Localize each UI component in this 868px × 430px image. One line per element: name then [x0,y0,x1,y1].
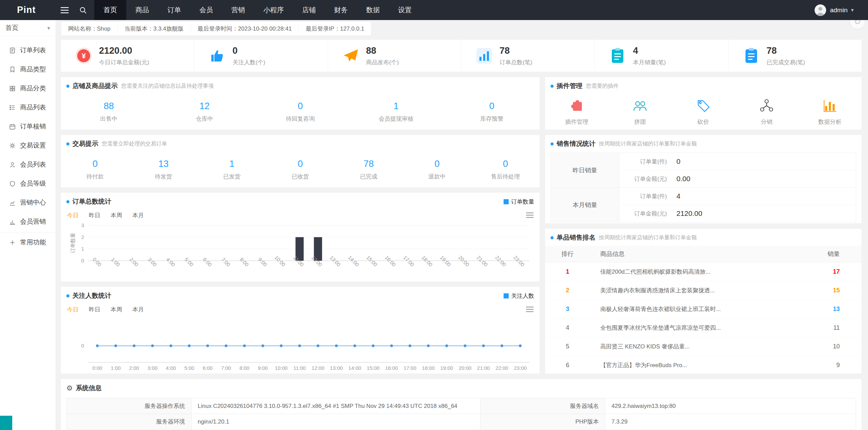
chart-menu-icon[interactable] [526,307,534,312]
sidebar-item-marketing-center[interactable]: 营销中心 [0,193,55,212]
stat-value[interactable]: 0 [471,159,540,169]
chart-tab[interactable]: 本周 [111,211,122,219]
sidebar-item-order-list[interactable]: 订单列表 [0,41,55,60]
panel-title: 插件管理 [557,82,583,90]
sidebar-item-member-level[interactable]: 会员等级 [0,174,55,193]
panel-title: 关注人数统计 [72,291,111,300]
nav-item-finance[interactable]: 财务 [325,0,357,20]
trade-tips-panel: 交易提示 您需要立即处理的交易订单 0待付款13待发货1已发货0已收货78已完成… [61,135,540,187]
sidebar-item-goods-list[interactable]: 商品列表 [0,98,55,117]
stat-value[interactable]: 88 [61,101,157,111]
chart-tab[interactable]: 今日 [67,306,79,313]
svg-text:22:00: 22:00 [495,365,508,371]
user-menu[interactable]: admin ▾ [814,4,868,16]
info-value: 429.2.haiwaiym13.top:80 [605,398,856,414]
sidebar-module-select[interactable]: 首页 ▾ [0,20,55,36]
sidebar-item-goods-type[interactable]: 商品类型 [0,60,55,79]
bullet-icon [66,142,69,145]
menu-toggle-button[interactable] [55,0,74,20]
nav-item-miniapp[interactable]: 小程序 [254,0,293,20]
product-name[interactable]: 南极人轻奢薄荷青色连衣裙职业裙上班工装时... [590,300,788,319]
product-name[interactable]: 全包围夏季冰丝汽车坐垫通气凉席凉垫可爱四... [590,319,788,337]
stat-value[interactable]: 0 [444,101,540,111]
sidebar-item-goods-category[interactable]: 商品分类 [0,79,55,98]
stat-value[interactable]: 0 [403,159,471,169]
bullet-icon [66,294,69,297]
chart-menu-icon[interactable] [526,212,534,218]
nav-item-settings[interactable]: 设置 [389,0,421,20]
nav-item-marketing[interactable]: 营销 [222,0,254,20]
plugin-item-group-buy[interactable]: 拼团 [608,98,672,126]
plugin-item-manage[interactable]: 插件管理 [545,98,608,126]
stat-card-followers: 0 关注人数(个) [194,40,328,72]
theme-toggle-button[interactable] [0,416,12,430]
ranking-row: 1佳能200d二代照相机蚂蚁摄影数码高清旅...17 [545,262,862,281]
sidebar-item-order-verify[interactable]: 订单核销 [0,117,55,136]
stat-value[interactable]: 0 [266,159,334,169]
nav-item-data[interactable]: 数据 [357,0,389,20]
bullet-icon [551,85,554,88]
sidebar-item-trade-settings[interactable]: 交易设置 [0,136,55,155]
stat-value[interactable]: 12 [157,101,252,111]
nav-item-member[interactable]: 会员 [190,0,222,20]
chart-tab[interactable]: 本月 [132,306,144,313]
svg-text:11:00: 11:00 [293,365,306,371]
stat-value[interactable]: 1 [348,101,444,111]
search-button[interactable] [74,0,92,20]
stat-label: 关注人数(个) [232,58,265,66]
nav-item-order[interactable]: 订单 [158,0,190,20]
stat-value: 2120.00 [99,46,149,56]
stat-label: 已发货 [198,173,266,180]
bullet-icon [551,236,554,239]
sidebar-item-member-marketing[interactable]: 会员营销 [0,212,55,231]
svg-text:0:00: 0:00 [92,365,102,371]
stat-label: 待回复咨询 [252,115,348,123]
product-name[interactable]: 高田贤三 KENZO KIDS 奢侈品童... [590,337,788,356]
stat-label: 待付款 [61,173,129,180]
info-label: 服务器操作系统 [67,398,192,414]
stat-value[interactable]: 13 [129,159,198,169]
clipboard-teal-icon [609,47,626,64]
system-info-table: 服务器操作系统 Linux C20240326104776 3.10.0-957… [66,398,856,430]
sidebar-item-quick-actions[interactable]: 常用功能 [0,233,55,252]
nav-item-home[interactable]: 首页 [94,0,126,20]
stat-value[interactable]: 0 [252,101,348,111]
stat-value[interactable]: 78 [334,159,403,169]
plugin-item-bargain[interactable]: 砍价 [672,98,735,126]
ranking-row: 3南极人轻奢薄荷青色连衣裙职业裙上班工装时...13 [545,300,862,319]
chart-tab[interactable]: 昨日 [89,306,100,313]
panel-title: 店铺及商品提示 [72,82,118,90]
product-name[interactable]: 佳能200d二代照相机蚂蚁摄影数码高清旅... [590,262,788,281]
svg-text:20:00: 20:00 [459,365,472,371]
chart-legend[interactable]: 关注人数 [504,292,534,300]
chart-period-tabs: 今日昨日本周本月 [61,303,540,315]
plugin-item-analytics[interactable]: 数据分析 [798,98,862,126]
chart-tab[interactable]: 昨日 [89,211,100,219]
product-name[interactable]: 【官方正品】华为FreeBuds Pro... [590,356,788,374]
site-info-item: 网站名称：Shop [61,25,118,33]
chart-tab[interactable]: 本月 [132,211,144,219]
svg-text:10:00: 10:00 [275,365,288,371]
rank-number: 5 [545,337,590,356]
stat-value[interactable]: 1 [198,159,266,169]
metric-value: 0.00 [676,175,690,183]
nav-item-goods[interactable]: 商品 [126,0,158,20]
chart-legend[interactable]: 订单数量 [504,198,534,206]
chart-tab[interactable]: 本周 [111,306,122,313]
stat-value[interactable]: 0 [61,159,129,169]
stat-card-total-orders: 78 订单总数(笔) [461,40,595,72]
nav-item-shop[interactable]: 店铺 [293,0,325,20]
username: admin [830,6,848,14]
sidebar-item-member-list[interactable]: 会员列表 [0,155,55,174]
chart-tab[interactable]: 今日 [67,211,79,219]
clipboard-blue-icon [743,47,760,64]
sales-count: 9 [788,356,862,374]
stat-label: 今日订单总金额(元) [99,58,149,66]
sales-stats-panel: 销售情况统计 按周期统计商家店铺的订单量和订单金额 昨日销量 订单量(件)0 订… [545,135,862,223]
order-chart-panel: 订单总数统计 订单数量 今日昨日本周本月 0123订单数量0:001:002:0… [61,193,540,281]
bar-stats-icon [9,219,16,225]
plugin-item-distribution[interactable]: 分销 [735,98,798,126]
svg-text:7:00: 7:00 [221,365,231,371]
product-name[interactable]: 美涩情趣内衣制服诱惑激情床上套装聚拢透... [590,281,788,300]
stat-item: 12仓库中 [157,101,252,123]
